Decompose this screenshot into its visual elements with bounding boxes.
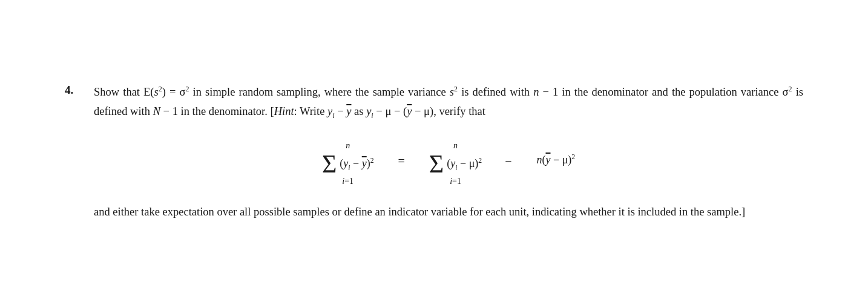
problem-number: 4. <box>65 83 82 97</box>
left-sum-upper: n <box>346 139 350 152</box>
equals-sign: = <box>392 151 411 171</box>
last-term: n(y − μ)2 <box>534 151 575 169</box>
left-sum-lower: i=1 <box>342 174 353 188</box>
bottom-text: and either take expectation over all pos… <box>94 203 803 221</box>
problem-block: 4. Show that E(s2) = σ2 in simple random… <box>65 83 803 221</box>
math-block: n Σ (yi − y)2 i=1 = n Σ (yi − μ)2 i=1 <box>94 139 803 188</box>
left-sum-body: Σ (yi − y)2 <box>322 151 374 177</box>
right-sigma-symbol: Σ <box>429 151 444 177</box>
right-sum-body: Σ (yi − μ)2 <box>429 151 482 177</box>
problem-text: Show that E(s2) = σ2 in simple random sa… <box>94 83 803 122</box>
left-sigma-term: (yi − y)2 <box>338 155 373 174</box>
right-sum-lower: i=1 <box>450 174 461 188</box>
right-sum-upper: n <box>453 139 458 152</box>
left-sigma-symbol: Σ <box>322 151 337 177</box>
minus-sign: − <box>500 151 516 171</box>
right-summation: n Σ (yi − μ)2 i=1 <box>429 139 482 188</box>
problem-content: Show that E(s2) = σ2 in simple random sa… <box>94 83 803 221</box>
left-summation: n Σ (yi − y)2 i=1 <box>322 139 374 188</box>
page-container: 4. Show that E(s2) = σ2 in simple random… <box>41 65 827 240</box>
right-sigma-term: (yi − μ)2 <box>445 155 482 174</box>
